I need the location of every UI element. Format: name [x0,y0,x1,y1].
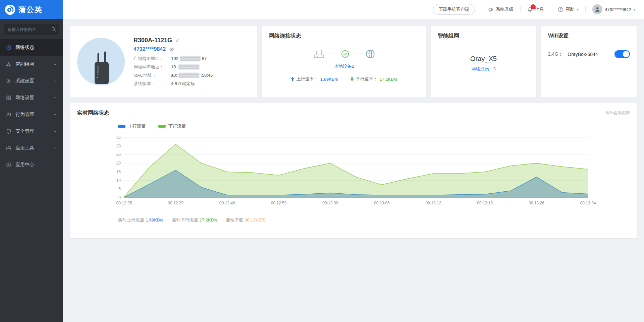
detail-label: MAC地址： [133,72,171,78]
brand-logo-icon [5,4,15,15]
sidebar-item-smart-network[interactable]: 智能组网 [0,56,63,73]
sidebar-item-label: 应用中心 [15,162,34,168]
members-count: 3 [493,66,495,71]
account-menu[interactable]: 4732****9842 ▾ [587,4,635,14]
behavior-management-icon [6,112,11,117]
masked-value [180,56,201,61]
smart-network-card: 智能组网 Oray_X5 网络成员：3 [431,26,536,98]
svg-text:00:13:12: 00:13:12 [426,201,441,205]
sidebar-item-network-status[interactable]: 网络状态 [0,39,63,56]
svg-text:10: 10 [116,178,121,183]
svg-text:00:12:53: 00:12:53 [271,201,287,205]
svg-text:5: 5 [118,187,121,191]
detail-value: 10. [171,64,177,69]
eye-off-icon[interactable] [169,47,174,52]
detail-value: a0: [171,73,177,78]
sidebar-item-label: 网络设置 [15,95,34,101]
chevron-down-icon: ▾ [577,7,579,12]
sidebar-item-app-tools[interactable]: 应用工具 [0,140,63,156]
network-status-icon [6,45,11,50]
up-arrow-icon [291,77,294,81]
network-members-link[interactable]: 网络成员：3 [438,66,529,72]
speed-row: 上行速率： 1.69KB/s 下行速率： 17.2KB/s [269,76,419,82]
legend-label: 下行流量 [168,123,186,129]
messages-button[interactable]: 1 消息 [522,6,549,12]
svg-text:00:12:39: 00:12:39 [168,201,183,205]
detail-value: 192 [171,56,178,61]
svg-text:35: 35 [116,135,121,140]
stat-label: 实时上行流量 [118,217,144,222]
search-icon[interactable] [51,26,56,33]
stat-label: 实时下行流量 [172,217,198,222]
legend-item[interactable]: 上行流量 [118,123,146,129]
summary-cards-row: R300A-1121G 4732****9842 广域网IP地址：19287局域… [70,26,637,98]
stat-value: 30.13KB/S [245,217,266,222]
stat-value: 17.2KB/s [200,217,217,222]
app: 蒲公英 网络状态智能组网系统设置网络设置行为管理安全管理应用工具应用中心 下载手… [0,0,644,322]
download-app-button[interactable]: 下载手机客户端 [433,4,475,15]
realtime-status-card: 实时网络状态 每5s自动刷新 上行流量下行流量 0510152025303500… [70,103,637,238]
device-detail-row: 广域网IP地址：19287 [133,56,213,62]
svg-text:00:13:00: 00:13:00 [322,201,338,205]
system-upgrade-icon [488,7,494,12]
card-title: 网络连接状态 [269,33,419,40]
router-image [77,38,125,85]
svg-text:00:13:26: 00:13:26 [529,201,544,205]
divider [551,6,551,12]
members-label: 网络成员： [471,66,493,71]
sidebar-item-app-center[interactable]: 应用中心 [0,156,63,173]
svg-text:25: 25 [116,152,121,157]
down-speed-value: 17.2KB/s [380,77,397,82]
svg-text:00:13:34: 00:13:34 [580,201,596,205]
svg-text:00:13:19: 00:13:19 [477,201,493,205]
app-center-icon [6,162,11,168]
divider [520,6,521,12]
sidebar-item-network-settings[interactable]: 网络设置 [0,89,63,106]
card-title: Wifi设置 [548,33,630,40]
chevron-down-icon [53,146,57,150]
local-devices-link[interactable]: 本地设备2 [269,63,419,69]
globe-icon [365,49,375,59]
legend-swatch [158,125,166,128]
sidebar-item-behavior-management[interactable]: 行为管理 [0,106,63,123]
legend-item[interactable]: 下行流量 [158,123,186,129]
wifi-toggle[interactable] [614,50,630,58]
svg-text:15: 15 [116,170,121,174]
device-info: R300A-1121G 4732****9842 广域网IP地址：19287局域… [133,37,213,87]
system-upgrade-button[interactable]: 系统升级 [483,6,519,12]
sidebar-item-system-settings[interactable]: 系统设置 [0,73,63,89]
traffic-stat: 最快下载30.13KB/S [226,217,266,223]
chevron-down-icon [53,62,57,66]
system-settings-icon [6,78,11,84]
sidebar-item-security-management[interactable]: 安全管理 [0,123,63,140]
chevron-down-icon [53,79,57,83]
connection-status-card: 网络连接状态 本地设备2 [262,26,426,98]
connector-dash [353,54,362,54]
security-management-icon [6,129,11,134]
device-detail-row: 局域网IP地址：10. [133,64,213,70]
chart-legend: 上行流量下行流量 [118,123,630,129]
connector-dash [328,54,338,54]
router-icon [313,49,325,59]
network-name: Oray_X5 [438,55,529,63]
masked-value [178,64,199,69]
up-speed-label: 上行速率： [297,76,318,82]
messages-badge: 1 [531,4,536,9]
refresh-note: 每5s自动刷新 [605,110,630,116]
down-arrow-icon [350,77,354,81]
svg-text:30: 30 [116,144,121,148]
traffic-stat: 实时下行流量17.2KB/s [172,217,217,223]
wifi-row: 2.4G： OrayBox-5844 [548,50,630,58]
wifi-band-label: 2.4G： [548,51,563,57]
down-speed-label: 下行速率： [356,76,378,82]
legend-label: 上行流量 [128,123,146,129]
help-label: 帮助 [566,6,575,12]
edit-icon[interactable] [175,38,180,43]
chevron-down-icon [53,96,57,100]
sidebar-item-label: 网络状态 [15,45,34,51]
chevron-down-icon: ▾ [633,7,635,12]
sidebar-menu: 网络状态智能组网系统设置网络设置行为管理安全管理应用工具应用中心 [0,39,63,173]
detail-label: 系统版本： [133,81,171,87]
system-upgrade-label: 系统升级 [496,6,514,12]
help-button[interactable]: 帮助 ▾ [552,6,584,12]
